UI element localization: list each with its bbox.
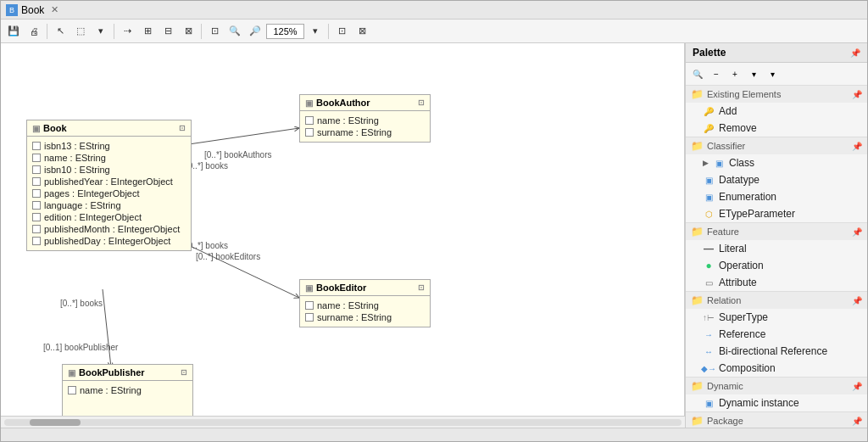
palette-section-package-header[interactable]: 📁 Package 📌 [686, 412, 867, 428]
rel-label-books3: [0..*] books [60, 299, 103, 308]
palette-section-dynamic: 📁 Dynamic 📌 ▣ Dynamic instance [686, 378, 867, 412]
attr-pages: pages : EIntegerObject [32, 187, 186, 199]
toolbar: 💾 🖨 ↖ ⬚ ▾ ⇢ ⊞ ⊟ ⊠ ⊡ 🔍 🔎 ▾ ⊡ ⊠ [1, 20, 867, 43]
toolbar-distribute-btn[interactable]: ⊠ [179, 22, 198, 41]
class-bookauthor-attrs: name : EString surname : EString [300, 111, 430, 142]
section-package-label: Package [707, 416, 743, 426]
folder-icon-relation: 📁 [691, 294, 704, 306]
toolbar-dropdown-btn[interactable]: ▾ [92, 22, 110, 41]
palette-item-operation[interactable]: ● Operation [686, 257, 867, 274]
class-bookeditor-title: BookEditor [316, 283, 366, 293]
palette-section-existing-header[interactable]: 📁 Existing Elements 📌 [686, 86, 867, 103]
palette-section-classifier-header[interactable]: 📁 Classifier 📌 [686, 137, 867, 154]
palette-item-add[interactable]: 🔑 Add [686, 103, 867, 120]
rel-label-bookauthors: [0..*] bookAuthors [204, 150, 272, 159]
rel-label-bookpublisher: [0..1] bookPublisher [43, 343, 119, 352]
palette-settings-btn[interactable]: ▾ [745, 65, 762, 82]
palette-item-attribute[interactable]: ▭ Attribute [686, 274, 867, 291]
scrollbar-track-h [4, 419, 682, 426]
class-bookauthor-header: ▣ BookAuthor ⊡ [300, 95, 430, 111]
datatype-icon: ▣ [703, 174, 715, 186]
attr-be-name: name : EString [305, 299, 425, 311]
zoom-input[interactable] [266, 24, 304, 39]
section-classifier-pin[interactable]: 📌 [852, 142, 862, 151]
canvas[interactable]: [0..*] bookAuthors [0..*] books [0..*] b… [1, 43, 685, 416]
close-icon[interactable]: ✕ [51, 4, 58, 15]
class-bookpublisher[interactable]: ▣ BookPublisher ⊡ name : EString [62, 364, 193, 416]
palette-item-literal[interactable]: — Literal [686, 240, 867, 257]
toolbar-save-btn[interactable]: 💾 [4, 22, 23, 41]
palette-item-reference[interactable]: → Reference [686, 326, 867, 343]
palette-section-dynamic-header[interactable]: 📁 Dynamic 📌 [686, 378, 867, 394]
horizontal-scrollbar[interactable] [1, 416, 685, 428]
palette-item-remove[interactable]: 🔑 Remove [686, 120, 867, 137]
section-relation-pin[interactable]: 📌 [852, 296, 862, 305]
class-book[interactable]: ▣ Book ⊡ isbn13 : EString name : EString… [26, 120, 192, 251]
palette-item-composition[interactable]: ◆→ Composition [686, 360, 867, 377]
section-existing-pin[interactable]: 📌 [852, 90, 862, 99]
palette-item-reference-label: Reference [719, 328, 765, 340]
palette-item-bidirectional-label: Bi-directional Reference [719, 345, 827, 357]
class-bookpublisher-attrs: name : EString [63, 381, 192, 400]
toolbar-select-btn[interactable]: ↖ [51, 22, 70, 41]
class-bookauthor[interactable]: ▣ BookAuthor ⊡ name : EString surname : … [299, 94, 431, 143]
palette-pin-icon[interactable]: 📌 [850, 48, 860, 58]
toolbar-print-btn[interactable]: 🖨 [25, 22, 43, 41]
canvas-container: [0..*] bookAuthors [0..*] books [0..*] b… [1, 43, 685, 428]
class-expand-arrow: ▶ [703, 159, 709, 167]
palette-item-datatype-label: Datatype [719, 174, 760, 186]
palette-more-btn[interactable]: ▾ [764, 65, 781, 82]
attr-isbn13: isbn13 : EString [32, 140, 186, 152]
palette-item-enumeration-label: Enumeration [719, 191, 776, 203]
palette-search-btn[interactable]: 🔍 [689, 65, 706, 82]
rel-label-books1: [0..*] books [186, 161, 228, 171]
scrollbar-thumb-h[interactable] [30, 419, 81, 426]
palette-item-supertype[interactable]: ↑⊢ SuperType [686, 309, 867, 326]
zoom-dropdown-btn[interactable]: ▾ [306, 22, 325, 41]
toolbar-fit-btn[interactable]: ⊡ [205, 22, 224, 41]
palette-section-relation: 📁 Relation 📌 ↑⊢ SuperType → Reference ↔ … [686, 292, 867, 378]
attr-publishedyear: publishedYear : EIntegerObject [32, 176, 186, 187]
palette-item-class-label: Class [729, 157, 754, 169]
palette-collapse-btn[interactable]: − [708, 65, 725, 82]
class-bookpublisher-title: BookPublisher [79, 367, 145, 378]
composition-icon: ◆→ [703, 362, 715, 374]
toolbar-zoomout-btn[interactable]: 🔎 [246, 22, 264, 41]
svg-line-2 [103, 289, 111, 367]
palette-section-relation-header[interactable]: 📁 Relation 📌 [686, 292, 867, 309]
palette-item-class[interactable]: ▶ ▣ Class [686, 154, 867, 171]
window-icon: B [6, 4, 18, 16]
palette-expand-btn[interactable]: + [726, 65, 743, 82]
toolbar-align-btn[interactable]: ⊟ [159, 22, 177, 41]
palette-item-bidirectional[interactable]: ↔ Bi-directional Reference [686, 343, 867, 360]
window-title: Book [21, 4, 44, 16]
svg-line-1 [183, 243, 299, 298]
toolbar-sep4 [328, 24, 329, 39]
palette-item-dynamic-instance[interactable]: ▣ Dynamic instance [686, 394, 867, 411]
class-bookpublisher-header: ▣ BookPublisher ⊡ [63, 365, 192, 381]
palette-section-feature-header[interactable]: 📁 Feature 📌 [686, 223, 867, 240]
title-bar: B Book ✕ [1, 1, 867, 20]
class-bookeditor[interactable]: ▣ BookEditor ⊡ name : EString surname : … [299, 279, 431, 327]
toolbar-copy-btn[interactable]: ⊠ [353, 22, 371, 41]
attr-edition: edition : EIntegerObject [32, 211, 186, 223]
attr-publishedday: publishedDay : EIntegerObject [32, 235, 186, 247]
palette-item-datatype[interactable]: ▣ Datatype [686, 171, 867, 188]
section-package-pin[interactable]: 📌 [852, 417, 862, 426]
toolbar-marquee-btn[interactable]: ⬚ [71, 22, 90, 41]
toolbar-sep2 [114, 24, 114, 39]
toolbar-snap-btn[interactable]: ⊞ [138, 22, 157, 41]
palette-item-add-label: Add [719, 105, 737, 117]
palette-item-etypeparam-label: ETypeParameter [719, 208, 795, 220]
section-dynamic-pin[interactable]: 📌 [852, 382, 862, 391]
palette-item-etypeparam[interactable]: ⬡ ETypeParameter [686, 205, 867, 222]
section-feature-pin[interactable]: 📌 [852, 227, 862, 237]
palette-item-operation-label: Operation [719, 260, 764, 271]
remove-icon: 🔑 [703, 122, 715, 134]
toolbar-link-btn[interactable]: ⇢ [118, 22, 136, 41]
section-relation-label: Relation [707, 295, 741, 305]
toolbar-zoomin-btn[interactable]: 🔍 [225, 22, 244, 41]
toolbar-export-btn[interactable]: ⊡ [332, 22, 351, 41]
palette-item-enumeration[interactable]: ▣ Enumeration [686, 188, 867, 205]
palette-item-literal-label: Literal [719, 243, 747, 255]
